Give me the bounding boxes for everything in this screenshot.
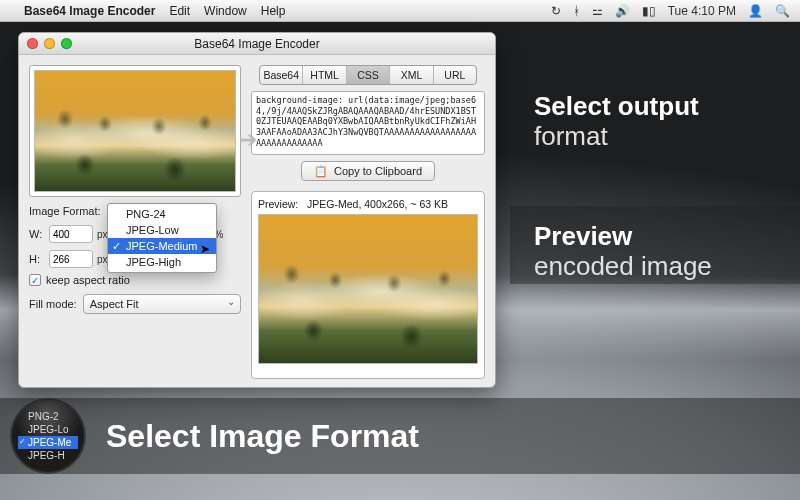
callout-line: format — [534, 122, 780, 152]
left-pane: Image Format: W: px H: px ⇅ — [29, 65, 241, 377]
format-option-png24[interactable]: PNG-24 — [108, 206, 216, 222]
right-pane: Base64 HTML CSS XML URL background-image… — [251, 65, 485, 377]
mag-opt: JPEG-Lo — [18, 423, 78, 436]
callout-preview: Preview encoded image — [510, 206, 800, 284]
format-option-jpeg-medium[interactable]: ✓ JPEG-Medium ➤ — [108, 238, 216, 254]
preview-image — [258, 214, 478, 364]
source-image — [34, 70, 236, 192]
mag-opt-selected: JPEG-Me — [18, 436, 78, 449]
menu-window[interactable]: Window — [204, 4, 247, 18]
magnifier-image: PNG-2 JPEG-Lo JPEG-Me JPEG-H — [12, 400, 84, 472]
copy-to-clipboard-button[interactable]: 📋 Copy to Clipboard — [301, 161, 435, 181]
tab-url[interactable]: URL — [434, 66, 476, 84]
battery-icon[interactable]: ▮▯ — [642, 4, 656, 18]
width-unit: px — [97, 229, 108, 240]
menubar-clock[interactable]: Tue 4:10 PM — [668, 4, 736, 18]
mag-opt: JPEG-H — [18, 449, 78, 462]
window-title: Base64 Image Encoder — [194, 37, 319, 51]
app-menu[interactable]: Base64 Image Encoder — [24, 4, 155, 18]
traffic-lights — [27, 38, 72, 49]
clipboard-icon: 📋 — [314, 165, 328, 178]
wifi-icon[interactable]: ⚍ — [592, 4, 603, 18]
close-button[interactable] — [27, 38, 38, 49]
image-format-dropdown: PNG-24 JPEG-Low ✓ JPEG-Medium ➤ JPEG-Hig… — [107, 203, 217, 273]
fill-mode-value: Aspect Fit — [90, 298, 139, 310]
app-window: Base64 Image Encoder Image Format: W: px — [18, 32, 496, 388]
copy-button-label: Copy to Clipboard — [334, 165, 422, 177]
tab-xml[interactable]: XML — [390, 66, 433, 84]
fill-mode-select[interactable]: Aspect Fit — [83, 294, 241, 314]
width-field[interactable] — [49, 225, 93, 243]
callout-line: Preview — [534, 222, 780, 252]
height-field[interactable] — [49, 250, 93, 268]
tab-base64[interactable]: Base64 — [260, 66, 303, 84]
tab-html[interactable]: HTML — [303, 66, 346, 84]
callout-image-format: PNG-2 JPEG-Lo JPEG-Me JPEG-H Select Imag… — [0, 398, 800, 474]
bluetooth-icon[interactable]: ᚼ — [573, 4, 580, 18]
window-titlebar[interactable]: Base64 Image Encoder — [19, 33, 495, 55]
user-icon[interactable]: 👤 — [748, 4, 763, 18]
height-label: H: — [29, 253, 45, 265]
menubar-status-area: ↻ ᚼ ⚍ 🔊 ▮▯ Tue 4:10 PM 👤 🔍 — [551, 4, 790, 18]
menu-help[interactable]: Help — [261, 4, 286, 18]
mag-opt: PNG-2 — [18, 410, 78, 423]
checkbox-box: ✓ — [29, 274, 41, 286]
callout-line: Select output — [534, 92, 780, 122]
format-option-jpeg-low[interactable]: JPEG-Low — [108, 222, 216, 238]
image-format-label: Image Format: — [29, 205, 101, 217]
source-image-well[interactable] — [29, 65, 241, 197]
keep-aspect-checkbox[interactable]: ✓ keep aspect ratio — [29, 274, 241, 286]
fill-mode-label: Fill mode: — [29, 298, 77, 310]
minimize-button[interactable] — [44, 38, 55, 49]
width-label: W: — [29, 228, 45, 240]
spotlight-icon[interactable]: 🔍 — [775, 4, 790, 18]
height-unit: px — [97, 254, 108, 265]
checkmark-icon: ✓ — [112, 240, 121, 253]
timemachine-icon[interactable]: ↻ — [551, 4, 561, 18]
menu-edit[interactable]: Edit — [169, 4, 190, 18]
output-format-tabs: Base64 HTML CSS XML URL — [259, 65, 477, 85]
volume-icon[interactable]: 🔊 — [615, 4, 630, 18]
tab-css[interactable]: CSS — [347, 66, 390, 84]
preview-info: JPEG-Med, 400x266, ~ 63 KB — [307, 198, 448, 210]
callout-output-format: Select output format — [510, 76, 800, 154]
format-option-jpeg-high[interactable]: JPEG-High — [108, 254, 216, 270]
zoom-button[interactable] — [61, 38, 72, 49]
preview-well: Preview: JPEG-Med, 400x266, ~ 63 KB — [251, 191, 485, 379]
callout-title: Select Image Format — [106, 418, 419, 455]
mac-menubar: Base64 Image Encoder Edit Window Help ↻ … — [0, 0, 800, 22]
preview-prefix: Preview: — [258, 198, 298, 210]
keep-aspect-label: keep aspect ratio — [46, 274, 130, 286]
callout-line: encoded image — [534, 252, 780, 282]
encoded-output[interactable]: background-image: url(data:image/jpeg;ba… — [251, 91, 485, 155]
encode-arrow-icon: ➔ — [239, 127, 261, 149]
